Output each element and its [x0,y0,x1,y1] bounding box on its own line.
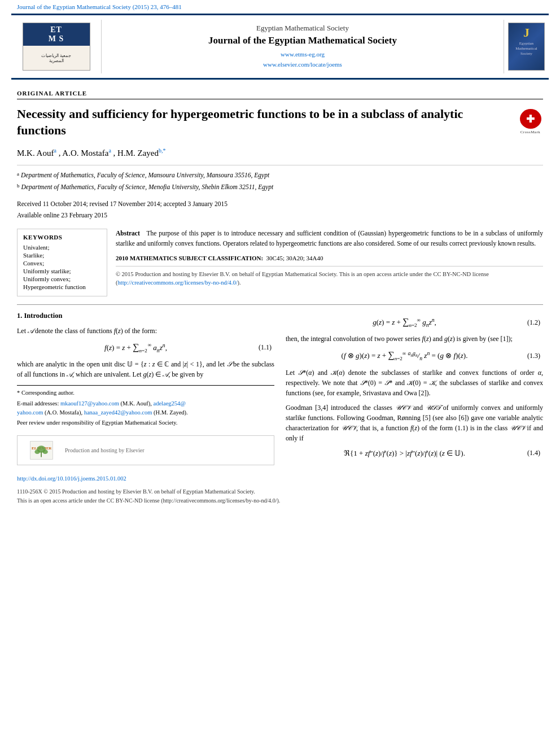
crossmark-text: CrossMark [520,130,541,134]
classification-line: 2010 MATHEMATICS SUBJECT CLASSIFICATION:… [116,255,543,261]
article-type-label: ORIGINAL ARTICLE [17,90,543,99]
eq3-formula: (f ⊗ g)(z) = z + ∑n=2∞ angn/n zn = (g ⊗ … [288,348,520,362]
keyword-5: Uniformly convex; [23,276,101,282]
section-divider [17,304,543,305]
doi-link[interactable]: http://dx.doi.org/10.1016/j.joems.2015.0… [17,475,126,482]
article-content: ORIGINAL ARTICLE Necessity and sufficien… [0,80,560,471]
dates-section: Received 11 October 2014; revised 17 Nov… [17,199,543,221]
eq1-number: (1.1) [252,342,272,352]
logo-arabic-text: جمعية الرياضياتالمصرية [23,46,90,70]
eq2-number: (1.2) [520,317,540,327]
convolution-intro: then, the integral convolution of two po… [286,334,543,344]
keywords-box: KEYWORDS Univalent; Starlike; Convex; Un… [17,229,107,296]
cover-letter: J [523,25,530,40]
intro-para2: which are analytic in the open unit disc… [17,359,274,379]
footnote-area: * Corresponding author. E-mail addresses… [17,385,274,427]
email-aouf[interactable]: mkaouf127@yahoo.com [60,400,119,407]
eq2-formula: g(z) = z + ∑n=2∞ gnzn, [288,315,520,329]
section1-heading: 1. Introduction [17,311,274,321]
keywords-title: KEYWORDS [23,234,101,241]
svg-point-4 [34,449,40,454]
keyword-3: Convex; [23,260,101,267]
url1[interactable]: www.etms-eg.org [263,50,342,60]
journal-reference-bar: Journal of the Egyptian Mathematical Soc… [0,0,560,14]
copyright-text: © 2015 Production and hosting by Elsevie… [116,266,543,288]
page: Journal of the Egyptian Mathematical Soc… [0,0,560,747]
affiliation-1: a Department of Mathematics, Faculty of … [17,170,543,180]
elsevier-text: Production and hosting by Elsevier [65,446,145,455]
affiliation-2: b Department of Mathematics, Faculty of … [17,182,543,192]
body-column-left: 1. Introduction Let 𝒜 denote the class o… [17,311,274,465]
author3-name: , H.M. Zayed [113,148,159,158]
bottom-issn-line: 1110-256X © 2015 Production and hosting … [17,487,543,496]
aff1-text: Department of Mathematics, Faculty of Sc… [21,170,269,180]
abstract-body: The purpose of this paper is to introduc… [116,230,543,247]
abstract-text: Abstract The purpose of this paper is to… [116,229,543,249]
intro-para1: Let 𝒜 denote the class of functions f(z)… [17,326,274,336]
affiliations: a Department of Mathematics, Faculty of … [17,165,543,192]
elsevier-box: ELSEVIER Production and hosting by Elsev… [17,435,274,465]
email-zayed[interactable]: hanaa_zayed42@yahoo.com [84,409,152,416]
journal-full-name: Journal of the Egyptian Mathematical Soc… [208,35,397,46]
authors-line: M.K. Aoufa , A.O. Mostafaa , H.M. Zayedb… [17,147,543,158]
eq4-formula: ℜ{1 + zf″(z)/f′(z)} > |zf″(z)/f′(z)| (z … [288,448,520,459]
equation-1-2-block: g(z) = z + ∑n=2∞ gnzn, (1.2) [286,315,543,329]
bottom-doi-link: http://dx.doi.org/10.1016/j.joems.2015.0… [0,471,560,486]
equation-1-3-block: (f ⊗ g)(z) = z + ∑n=2∞ angn/n zn = (g ⊗ … [286,348,543,362]
starlike-convex-para: Let 𝒮*(α) and 𝒦(α) denote the subclasses… [286,368,543,398]
title-row: Necessity and sufficiency for hypergeome… [17,106,543,138]
bottom-open-access-line: This is an open access article under the… [17,496,543,505]
author1-sup: a [54,147,56,154]
author1-name: M.K. Aouf [17,148,54,158]
eq1-formula: f(z) = z + ∑n=2∞ anzn, [20,340,252,355]
keyword-1: Univalent; [23,244,101,251]
crossmark-icon: ✚ [520,109,541,129]
aff2-text: Department of Mathematics, Faculty of Sc… [21,182,274,192]
received-date: Received 11 October 2014; revised 17 Nov… [17,199,543,210]
eq3-number: (1.3) [520,351,540,361]
abstract-label: Abstract [116,230,140,237]
journal-reference-text: Journal of the Egyptian Mathematical Soc… [17,3,182,10]
bottom-copyright: 1110-256X © 2015 Production and hosting … [0,486,560,506]
equation-1-1-block: f(z) = z + ∑n=2∞ anzn, (1.1) [17,340,274,355]
aff1-sup: a [17,170,19,178]
body-columns: 1. Introduction Let 𝒜 denote the class o… [17,311,543,465]
abstract-box: Abstract The purpose of this paper is to… [116,229,543,296]
copyright-body: © 2015 Production and hosting by Elsevie… [116,271,489,286]
society-logo: ETM S جمعية الرياضياتالمصرية [23,23,90,71]
body-column-right: g(z) = z + ∑n=2∞ gnzn, (1.2) then, the i… [286,311,543,465]
article-title: Necessity and sufficiency for hypergeome… [17,106,518,138]
journal-cover: J EgyptianMathematicalSociety [504,20,549,73]
footnote-star: * Corresponding author. [17,388,274,397]
society-name: Egyptian Mathematical Society [256,24,349,33]
footnote-peer-review: Peer review under responsibility of Egyp… [17,418,274,427]
keyword-6: Hypergeometric function [23,283,101,290]
copyright-link[interactable]: http://creativecommons.org/licenses/by-n… [118,279,238,286]
author2-name: , A.O. Mostafa [59,148,109,158]
keyword-4: Uniformly starlike; [23,268,101,274]
eq4-number: (1.4) [520,448,540,458]
aff2-sup: b [17,182,20,190]
crossmark-badge: ✚ CrossMark [518,109,543,134]
classification-label: 2010 MATHEMATICS SUBJECT CLASSIFICATION: [116,255,263,261]
author2-sup: a [108,147,111,154]
cover-thumbnail: J EgyptianMathematicalSociety [508,23,545,71]
elsevier-logo: ELSEVIER [24,440,58,460]
abstract-keywords-row: KEYWORDS Univalent; Starlike; Convex; Un… [17,229,543,296]
journal-title-area: Egyptian Mathematical Society Journal of… [102,20,504,73]
equation-1-4-block: ℜ{1 + zf″(z)/f′(z)} > |zf″(z)/f′(z)| (z … [286,448,543,459]
url2[interactable]: www.elsevier.com/locate/joems [263,60,342,70]
keyword-2: Starlike; [23,252,101,259]
journal-urls: www.etms-eg.org www.elsevier.com/locate/… [263,50,342,69]
logo-letters: ETM S [23,23,90,46]
footnote-emails: E-mail addresses: mkaouf127@yahoo.com (M… [17,399,274,417]
classification-codes: 30C45; 30A20; 34A40 [266,255,323,261]
svg-point-5 [42,449,47,454]
author3-sup: b,* [159,147,166,154]
logo-area: ETM S جمعية الرياضياتالمصرية [11,20,102,73]
journal-header: ETM S جمعية الرياضياتالمصرية Egyptian Ma… [11,14,549,80]
elsevier-icon: ELSEVIER [26,440,57,460]
goodman-para: Goodman [3,4] introduced the classes 𝒰𝒞𝒱… [286,403,543,443]
available-date: Available online 23 February 2015 [17,210,543,221]
